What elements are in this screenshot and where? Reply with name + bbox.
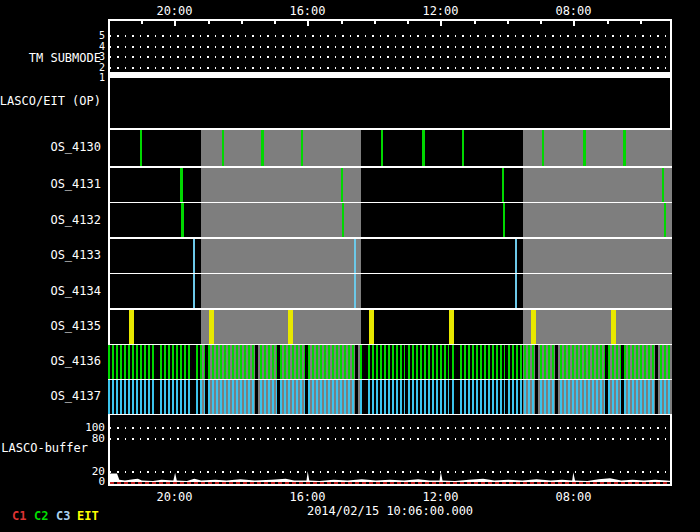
event-tick-os_4130-4: [381, 130, 383, 167]
tm-level-label-4: 4: [99, 40, 105, 51]
row-label-os-4135: OS_4135: [50, 319, 101, 333]
event-tick-os_4135-4: [449, 310, 454, 344]
minor-hour-tick: [607, 19, 609, 24]
event-tick-os_4134-1: [354, 274, 356, 308]
event-tick-os_4135-1: [209, 310, 214, 344]
minor-hour-tick: [208, 19, 210, 24]
major-hour-tick: [573, 19, 575, 26]
event-tick-os_4130-9: [623, 130, 626, 167]
event-tick-os_4130-8: [583, 130, 586, 167]
event-tick-os_4134-0: [193, 274, 195, 308]
bottom-axis-label-20:00: 20:00: [156, 490, 192, 504]
event-tick-os_4130-7: [542, 130, 544, 167]
row-label-os-4130: OS_4130: [50, 140, 101, 154]
minor-hour-tick: [274, 19, 276, 24]
tm-level-label-3: 3: [99, 51, 105, 62]
row-os_4131: [108, 168, 672, 202]
legend-item-c2: C2: [34, 509, 48, 523]
row-label-os-4131: OS_4131: [50, 177, 101, 191]
row-label-lasco-eit-op-: LASCO/EIT (OP): [0, 94, 101, 108]
buffer-ytick-label-0: 0: [98, 475, 105, 488]
event-tick-os_4132-0: [181, 203, 184, 237]
row-label-os-4132: OS_4132: [50, 213, 101, 227]
bottom-axis-label-16:00: 16:00: [289, 490, 325, 504]
telemetry-plot: 20:0020:0016:0016:0012:0012:0008:0008:00…: [0, 0, 700, 532]
top-axis-label-12:00: 12:00: [422, 4, 458, 18]
event-tick-os_4135-2: [288, 310, 293, 344]
minor-hour-tick: [241, 19, 243, 24]
event-tick-os_4131-1: [341, 168, 343, 202]
row-label-tm-submode: TM SUBMODE: [29, 51, 101, 65]
major-hour-tick: [440, 19, 442, 26]
event-tick-os_4132-3: [664, 203, 666, 237]
row-label-os-4137: OS_4137: [50, 389, 101, 403]
row-os_4133: [108, 239, 672, 273]
dense-activity-os_4137: [108, 380, 672, 414]
event-tick-os_4130-6: [462, 130, 464, 167]
major-hour-tick: [174, 19, 176, 26]
bottom-axis-label-08:00: 08:00: [555, 490, 591, 504]
row-os_4130: [108, 130, 672, 167]
tm-level-label-1: 1: [99, 72, 105, 83]
event-tick-os_4130-5: [422, 130, 425, 167]
row-os_4135: [108, 310, 672, 344]
event-tick-os_4135-3: [369, 310, 374, 344]
event-tick-os_4133-1: [354, 239, 356, 273]
hour-ticks-layer: [108, 19, 672, 29]
tm-level-label-2: 2: [99, 61, 105, 72]
plot-frame: [108, 19, 672, 486]
legend-item-c3: C3: [56, 509, 70, 523]
row-label-os-4133: OS_4133: [50, 248, 101, 262]
minor-hour-tick: [540, 19, 542, 24]
top-axis-label-08:00: 08:00: [555, 4, 591, 18]
minor-hour-tick: [407, 19, 409, 24]
minor-hour-tick: [374, 19, 376, 24]
event-tick-os_4135-0: [129, 310, 134, 344]
buffer-usage-area: [108, 471, 672, 482]
plot-timestamp: 2014/02/15 10:06:00.000: [307, 504, 473, 518]
minor-hour-tick: [640, 19, 642, 24]
buffer-area-chart: [108, 414, 672, 485]
minor-hour-tick: [341, 19, 343, 24]
major-hour-tick: [307, 19, 309, 26]
row-os_4132: [108, 203, 672, 237]
tm-level-label-5: 5: [99, 30, 105, 41]
legend-item-c1: C1: [12, 509, 26, 523]
row-os_4134: [108, 274, 672, 308]
minor-hour-tick: [141, 19, 143, 24]
event-tick-os_4135-6: [611, 310, 616, 344]
minor-hour-tick: [507, 19, 509, 24]
event-tick-os_4132-1: [342, 203, 344, 237]
buffer-zero-red-dashes: [110, 482, 670, 484]
event-tick-os_4131-2: [502, 168, 504, 202]
row-label-os-4134: OS_4134: [50, 284, 101, 298]
event-tick-os_4133-2: [515, 239, 517, 273]
buffer-ytick-label-80: 80: [92, 431, 105, 444]
event-tick-os_4131-3: [662, 168, 664, 202]
event-tick-os_4135-5: [531, 310, 536, 344]
event-tick-os_4134-2: [515, 274, 517, 308]
dense-activity-os_4136: [108, 345, 672, 379]
bottom-axis-label-12:00: 12:00: [422, 490, 458, 504]
event-tick-os_4130-3: [301, 130, 303, 167]
event-tick-os_4130-2: [261, 130, 264, 167]
event-tick-os_4132-2: [503, 203, 505, 237]
minor-hour-tick: [474, 19, 476, 24]
event-tick-os_4131-0: [180, 168, 183, 202]
top-axis-label-20:00: 20:00: [156, 4, 192, 18]
event-tick-os_4130-0: [140, 130, 142, 167]
event-tick-os_4133-0: [193, 239, 195, 273]
row-label-os-4136: OS_4136: [50, 354, 101, 368]
legend-item-eit: EIT: [77, 509, 99, 523]
top-axis-label-16:00: 16:00: [289, 4, 325, 18]
event-tick-os_4130-1: [222, 130, 224, 167]
row-label-lasco-buffer: LASCO-buffer: [1, 441, 88, 455]
